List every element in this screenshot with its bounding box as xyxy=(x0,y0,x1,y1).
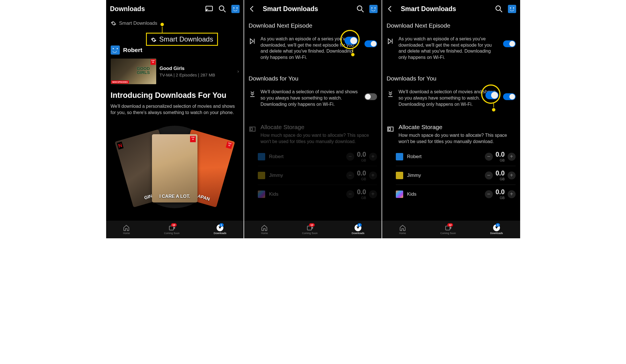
profile-avatar-icon xyxy=(396,153,403,160)
alloc-row: Robert − 0.0GB + xyxy=(258,147,377,166)
section-downloads-for-you: Downloads for You We'll download a selec… xyxy=(244,71,382,117)
dfy-desc: We'll download a selection of movies and… xyxy=(261,89,360,107)
profile-name: Kids xyxy=(407,191,485,197)
alloc-desc: How much space do you want to allocate? … xyxy=(261,132,377,144)
svg-rect-8 xyxy=(307,226,312,230)
plus-button[interactable]: + xyxy=(508,153,516,161)
annotation-ring xyxy=(481,84,501,104)
nav-coming-soon[interactable]: Coming Soon12 xyxy=(302,224,318,235)
svg-rect-7 xyxy=(250,128,252,131)
minus-button[interactable]: − xyxy=(346,190,354,198)
show-logo: GOODGIRLS xyxy=(137,67,150,75)
smart-downloads-link[interactable]: Smart Downloads xyxy=(106,18,244,29)
toggle-downloads-for-you[interactable] xyxy=(365,93,377,100)
toggle-next-episode[interactable] xyxy=(503,40,516,47)
home-icon xyxy=(399,224,406,231)
back-icon[interactable] xyxy=(248,5,256,13)
show-thumbnail: TOP 10 GOODGIRLS NEW EPISODES xyxy=(111,59,156,84)
phone-settings-off: Smart Downloads Download Next Episode As… xyxy=(244,0,382,238)
profile-avatar-icon xyxy=(258,191,265,198)
alloc-list: Robert − 0.0GB + Jimmy − 0.0GB + Kids − … xyxy=(387,147,516,203)
gear-icon xyxy=(151,36,156,42)
back-icon[interactable] xyxy=(386,5,394,13)
toggle-next-episode[interactable] xyxy=(365,40,377,47)
plus-button[interactable]: + xyxy=(508,190,516,198)
poster-center: TOP10I CARE A LOT. xyxy=(152,134,197,202)
profile-avatar-icon xyxy=(258,172,265,179)
downloads-badge: 1 xyxy=(357,223,362,227)
nav-coming-soon[interactable]: Coming Soon12 xyxy=(164,224,180,235)
minus-button[interactable]: − xyxy=(485,171,493,179)
annotation-marker xyxy=(160,22,164,27)
toggle-downloads-for-you[interactable] xyxy=(503,93,516,100)
nav-home[interactable]: Home xyxy=(399,224,406,235)
annotation-callout: Smart Downloads xyxy=(146,33,218,46)
profile-avatar-icon xyxy=(396,191,403,198)
nav-coming-soon[interactable]: Coming Soon12 xyxy=(440,224,456,235)
svg-point-1 xyxy=(219,6,224,11)
profile-avatar[interactable] xyxy=(508,5,516,13)
nav-home[interactable]: Home xyxy=(261,224,268,235)
search-icon[interactable] xyxy=(356,5,364,13)
svg-point-9 xyxy=(496,6,500,11)
profile-name: Jimmy xyxy=(407,173,485,178)
alloc-desc: How much space do you want to allocate? … xyxy=(399,132,516,144)
minus-button[interactable]: − xyxy=(346,171,354,179)
coming-soon-badge: 12 xyxy=(309,223,315,227)
profile-avatar-icon xyxy=(396,172,403,179)
nav-downloads[interactable]: Downloads1 xyxy=(352,224,365,235)
gear-icon xyxy=(111,20,116,26)
cast-icon[interactable] xyxy=(205,5,213,13)
profile-name: Robert xyxy=(407,154,485,160)
coming-soon-badge: 12 xyxy=(447,223,453,227)
search-icon[interactable] xyxy=(218,5,226,13)
nav-home[interactable]: Home xyxy=(123,224,130,235)
svg-rect-12 xyxy=(388,128,390,131)
alloc-row: Robert − 0.0GB + xyxy=(396,147,516,166)
annotation-marker xyxy=(491,107,496,112)
intro-title: Introducing Downloads For You xyxy=(111,91,239,100)
downloads-badge: 1 xyxy=(219,223,224,227)
alloc-title: Allocate Storage xyxy=(399,124,516,131)
alloc-row: Kids − 0.0GB + xyxy=(258,185,377,203)
smart-downloads-label: Smart Downloads xyxy=(119,20,157,26)
chevron-right-icon: › xyxy=(237,69,239,74)
profile-avatar[interactable] xyxy=(369,5,378,13)
section-allocate-storage: Allocate Storage How much space do you w… xyxy=(244,117,382,208)
phone-downloads: Downloads Smart Downloads Smart Download… xyxy=(106,0,244,238)
download-item[interactable]: TOP 10 GOODGIRLS NEW EPISODES Good Girls… xyxy=(106,57,244,85)
downloads-for-you-icon xyxy=(249,90,256,99)
home-icon xyxy=(261,224,268,231)
plus-button[interactable]: + xyxy=(508,171,516,179)
home-icon xyxy=(123,224,130,231)
alloc-row: Kids − 0.0GB + xyxy=(396,185,516,203)
nav-downloads[interactable]: Downloads1 xyxy=(490,224,503,235)
page-title: Downloads xyxy=(110,5,200,13)
plus-button[interactable]: + xyxy=(369,153,377,161)
section-next-episode: Download Next Episode As you watch an ep… xyxy=(382,18,520,71)
show-title: Good Girls xyxy=(160,66,215,71)
profile-avatar[interactable] xyxy=(231,5,240,13)
next-episode-desc: As you watch an episode of a series you'… xyxy=(399,36,499,60)
plus-button[interactable]: + xyxy=(369,171,377,179)
minus-button[interactable]: − xyxy=(485,153,493,161)
intro-section: Introducing Downloads For You We'll down… xyxy=(106,85,244,118)
minus-button[interactable]: − xyxy=(346,153,354,161)
storage-icon xyxy=(387,125,394,134)
section-title: Download Next Episode xyxy=(249,22,377,29)
nav-downloads[interactable]: Downloads1 xyxy=(214,224,226,235)
profile-avatar-icon xyxy=(258,153,265,160)
header: Downloads xyxy=(106,0,244,18)
header: Smart Downloads xyxy=(382,0,520,18)
profile-name: Robert xyxy=(123,47,143,53)
plus-button[interactable]: + xyxy=(369,190,377,198)
section-allocate-storage: Allocate Storage How much space do you w… xyxy=(382,117,520,208)
minus-button[interactable]: − xyxy=(485,190,493,198)
page-title: Smart Downloads xyxy=(263,5,351,13)
downloads-badge: 1 xyxy=(496,223,500,227)
alloc-title: Allocate Storage xyxy=(261,124,377,131)
phone-settings-on: Smart Downloads Download Next Episode As… xyxy=(382,0,520,238)
alloc-row: Jimmy − 0.0GB + xyxy=(258,166,377,185)
header: Smart Downloads xyxy=(244,0,382,18)
search-icon[interactable] xyxy=(495,5,503,13)
